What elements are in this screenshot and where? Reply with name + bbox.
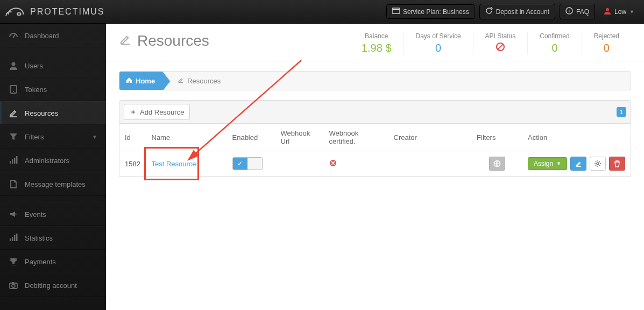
svg-point-6 bbox=[13, 37, 15, 38]
bars-icon bbox=[9, 233, 18, 243]
chevron-down-icon: ▼ bbox=[92, 134, 97, 140]
sidebar-item-message-templates[interactable]: Message templates bbox=[0, 172, 106, 196]
edit-button[interactable] bbox=[570, 157, 586, 171]
trophy-icon bbox=[9, 257, 18, 266]
file-icon bbox=[9, 179, 18, 189]
user-menu[interactable]: Low ▼ bbox=[599, 4, 639, 19]
enabled-toggle[interactable]: ✓ bbox=[232, 157, 263, 170]
metric-days: Days of Service 0 bbox=[404, 32, 473, 54]
assign-button[interactable]: Assign ▼ bbox=[528, 157, 567, 170]
th-webhook-cert[interactable]: Webhook certified. bbox=[324, 124, 388, 151]
svg-rect-12 bbox=[14, 158, 16, 164]
cell-webhook-cert bbox=[324, 151, 388, 177]
toolbar: ＋ Add Resource 1 bbox=[119, 100, 631, 124]
blocked-icon bbox=[485, 42, 516, 54]
svg-rect-16 bbox=[14, 235, 16, 241]
cell-filters bbox=[471, 151, 522, 177]
cell-enabled: ✓ bbox=[227, 151, 275, 177]
edit-icon bbox=[9, 108, 18, 118]
deposit-button[interactable]: Deposit in Account bbox=[479, 4, 555, 19]
chevron-down-icon: ▼ bbox=[629, 9, 634, 15]
user-icon bbox=[604, 7, 611, 16]
filter-globe-button[interactable] bbox=[489, 157, 505, 171]
logo-icon bbox=[5, 4, 27, 19]
tablet-icon bbox=[9, 84, 18, 94]
edit-icon bbox=[178, 77, 184, 85]
metric-balance: Balance 1.98 $ bbox=[350, 32, 404, 54]
brand-logo[interactable]: PROTECTIMUS bbox=[5, 4, 104, 19]
user-icon bbox=[9, 61, 18, 71]
settings-button[interactable] bbox=[590, 157, 606, 171]
th-webhook-url[interactable]: Webhook Url bbox=[275, 124, 324, 151]
page-header: Resources Balance 1.98 $ Days of Service… bbox=[106, 24, 644, 61]
th-action[interactable]: Action bbox=[522, 124, 631, 151]
page-title: Resources bbox=[119, 32, 209, 50]
metrics: Balance 1.98 $ Days of Service 0 API Sta… bbox=[350, 32, 631, 54]
svg-point-5 bbox=[606, 8, 609, 11]
card-icon bbox=[392, 8, 400, 16]
metric-rejected: Rejected 0 bbox=[582, 32, 631, 54]
dashboard-icon bbox=[9, 31, 18, 40]
cell-id: 1582 bbox=[119, 151, 146, 177]
filter-icon bbox=[9, 132, 18, 142]
plus-icon: ＋ bbox=[130, 107, 137, 117]
resources-table: Id Name Enabled Webhook Url Webhook cert… bbox=[119, 124, 631, 177]
svg-point-7 bbox=[12, 62, 16, 66]
sidebar-item-users[interactable]: Users bbox=[0, 54, 106, 78]
svg-point-0 bbox=[17, 12, 21, 15]
add-resource-button[interactable]: ＋ Add Resource bbox=[124, 104, 190, 120]
sidebar-item-statistics[interactable]: Statistics bbox=[0, 226, 106, 250]
svg-line-22 bbox=[498, 44, 503, 50]
svg-rect-17 bbox=[16, 234, 18, 241]
camera-icon bbox=[9, 280, 18, 290]
topbar: PROTECTIMUS Service Plan: Business Depos… bbox=[0, 0, 644, 24]
table-row: 1582 Test Resource ✓ bbox=[119, 151, 631, 177]
svg-point-9 bbox=[13, 91, 14, 92]
th-filters[interactable]: Filters bbox=[471, 124, 522, 151]
svg-rect-10 bbox=[10, 161, 11, 164]
cell-creator bbox=[388, 151, 472, 177]
cell-name: Test Resource bbox=[146, 151, 227, 177]
sidebar-item-filters[interactable]: Filters ▼ bbox=[0, 125, 106, 149]
cell-actions: Assign ▼ bbox=[522, 151, 631, 177]
svg-rect-20 bbox=[12, 282, 14, 283]
th-creator[interactable]: Creator bbox=[388, 124, 472, 151]
sidebar: Dashboard Users Tokens Resources Filter bbox=[0, 24, 106, 310]
info-icon: i bbox=[565, 7, 573, 16]
brand-text: PROTECTIMUS bbox=[30, 7, 104, 17]
breadcrumb-home[interactable]: Home bbox=[119, 72, 162, 90]
page-badge[interactable]: 1 bbox=[617, 107, 626, 117]
breadcrumb-resources[interactable]: Resources bbox=[162, 77, 221, 85]
faq-button[interactable]: i FAQ bbox=[560, 4, 595, 19]
sidebar-item-tokens[interactable]: Tokens bbox=[0, 78, 106, 101]
breadcrumb: Home Resources bbox=[119, 71, 631, 90]
megaphone-icon bbox=[9, 209, 18, 219]
content: Resources Balance 1.98 $ Days of Service… bbox=[106, 24, 644, 310]
x-circle-icon bbox=[329, 160, 337, 168]
cell-webhook-url bbox=[275, 151, 324, 177]
service-plan-button[interactable]: Service Plan: Business bbox=[386, 4, 475, 19]
bars-icon bbox=[9, 156, 18, 165]
th-enabled[interactable]: Enabled bbox=[227, 124, 275, 151]
svg-text:i: i bbox=[569, 8, 570, 13]
svg-rect-15 bbox=[12, 237, 13, 241]
refresh-icon bbox=[485, 7, 493, 16]
sidebar-item-administrators[interactable]: Administrators bbox=[0, 149, 106, 172]
check-icon: ✓ bbox=[233, 158, 247, 170]
svg-point-19 bbox=[12, 284, 15, 287]
svg-point-25 bbox=[597, 163, 599, 165]
svg-rect-13 bbox=[16, 156, 18, 164]
metric-api: API Status bbox=[473, 32, 528, 54]
resource-name-link[interactable]: Test Resource bbox=[152, 160, 196, 168]
delete-button[interactable] bbox=[609, 157, 625, 171]
th-id[interactable]: Id bbox=[119, 124, 146, 151]
sidebar-item-debiting[interactable]: Debiting account bbox=[0, 273, 106, 297]
sidebar-item-dashboard[interactable]: Dashboard bbox=[0, 24, 106, 47]
sidebar-item-events[interactable]: Events bbox=[0, 202, 106, 226]
edit-icon bbox=[119, 32, 132, 50]
svg-rect-1 bbox=[392, 8, 400, 13]
th-name[interactable]: Name bbox=[146, 124, 227, 151]
sidebar-item-payments[interactable]: Payments bbox=[0, 250, 106, 273]
home-icon bbox=[126, 77, 132, 85]
sidebar-item-resources[interactable]: Resources bbox=[0, 101, 106, 125]
